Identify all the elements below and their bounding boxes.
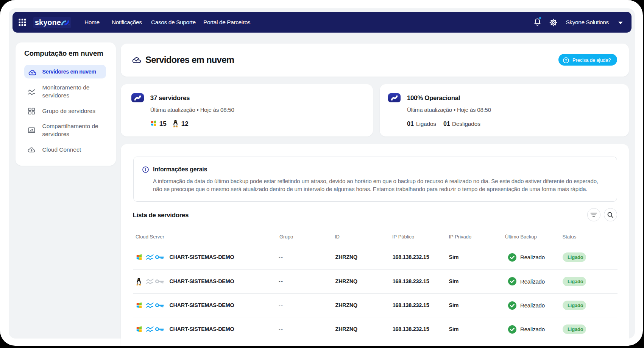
svg-text:?: ? [565,58,567,62]
